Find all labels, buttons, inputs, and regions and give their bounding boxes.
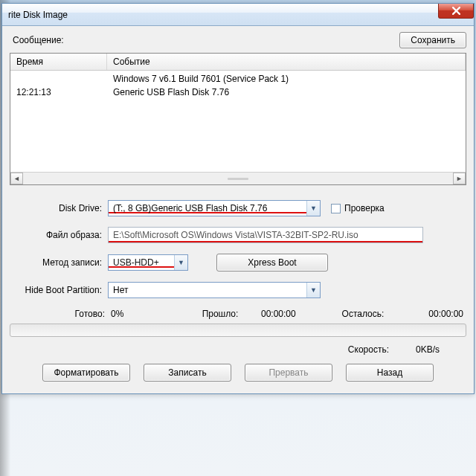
disk-drive-select[interactable]: (T:, 8 GB)Generic USB Flash Disk 7.76 ▼ — [108, 200, 321, 216]
log-event: Windows 7 v6.1 Build 7601 (Service Pack … — [107, 74, 466, 84]
progress-bar — [10, 324, 466, 337]
client-area: Сообщение: Сохранить Время Событие Windo… — [2, 26, 474, 393]
image-file-field[interactable]: E:\Soft\Microsoft OS\Windows Vista\VISTA… — [108, 227, 423, 243]
write-method-value: USB-HDD+ — [109, 257, 174, 268]
image-file-value: E:\Soft\Microsoft OS\Windows Vista\VISTA… — [113, 230, 358, 240]
scroll-track[interactable] — [23, 173, 453, 184]
col-header-event[interactable]: Событие — [107, 54, 466, 70]
speed-label: Скорость: — [348, 344, 389, 355]
chevron-down-icon: ▼ — [174, 255, 187, 270]
write-button[interactable]: Записать — [144, 364, 231, 382]
remain-value: 00:00:00 — [404, 309, 463, 319]
log-event: Generic USB Flash Disk 7.76 — [107, 87, 466, 97]
chevron-down-icon: ▼ — [306, 201, 320, 216]
close-icon — [452, 7, 460, 15]
xpress-boot-button[interactable]: Xpress Boot — [216, 254, 328, 271]
elapsed-value: 00:00:00 — [261, 309, 328, 319]
hide-boot-label: Hide Boot Partition: — [10, 285, 108, 295]
window-title: rite Disk Image — [8, 10, 68, 20]
hide-boot-value: Нет — [109, 285, 306, 295]
log-header[interactable]: Время Событие — [10, 54, 466, 71]
log-row[interactable]: Windows 7 v6.1 Build 7601 (Service Pack … — [10, 72, 466, 86]
disk-drive-label: Disk Drive: — [10, 203, 108, 213]
elapsed-label: Прошло: — [185, 309, 261, 319]
close-button[interactable] — [438, 4, 474, 19]
ready-label: Готово: — [13, 309, 111, 319]
back-button[interactable]: Назад — [346, 364, 434, 382]
scroll-left-arrow-icon[interactable]: ◄ — [10, 173, 23, 184]
col-header-time[interactable]: Время — [10, 54, 107, 70]
chevron-down-icon: ▼ — [306, 283, 320, 298]
log-hscrollbar[interactable]: ◄ ► — [10, 172, 466, 184]
log-time — [10, 74, 107, 84]
log-list: Время Событие Windows 7 v6.1 Build 7601 … — [10, 53, 466, 185]
save-log-button[interactable]: Сохранить — [399, 32, 466, 48]
verify-label: Проверка — [344, 203, 385, 213]
format-button[interactable]: Форматировать — [42, 364, 130, 382]
app-window: rite Disk Image Сообщение: Сохранить Вре… — [1, 3, 475, 394]
abort-button[interactable]: Прервать — [245, 364, 332, 382]
scroll-right-arrow-icon[interactable]: ► — [453, 173, 466, 184]
message-label: Сообщение: — [13, 35, 64, 45]
speed-value: 0KB/s — [416, 344, 440, 355]
checkbox-box-icon — [331, 204, 341, 213]
write-method-select[interactable]: USB-HDD+ ▼ — [108, 254, 188, 271]
verify-checkbox[interactable]: Проверка — [331, 203, 385, 213]
disk-drive-value: (T:, 8 GB)Generic USB Flash Disk 7.76 — [109, 203, 306, 213]
title-bar[interactable]: rite Disk Image — [2, 4, 474, 26]
remain-label: Осталось: — [328, 309, 404, 319]
ready-value: 0% — [111, 309, 185, 319]
log-time: 12:21:13 — [10, 87, 107, 97]
write-method-label: Метод записи: — [10, 257, 108, 268]
image-file-label: Файл образа: — [10, 230, 108, 240]
log-row[interactable]: 12:21:13 Generic USB Flash Disk 7.76 — [10, 86, 466, 99]
hide-boot-select[interactable]: Нет ▼ — [108, 282, 321, 298]
